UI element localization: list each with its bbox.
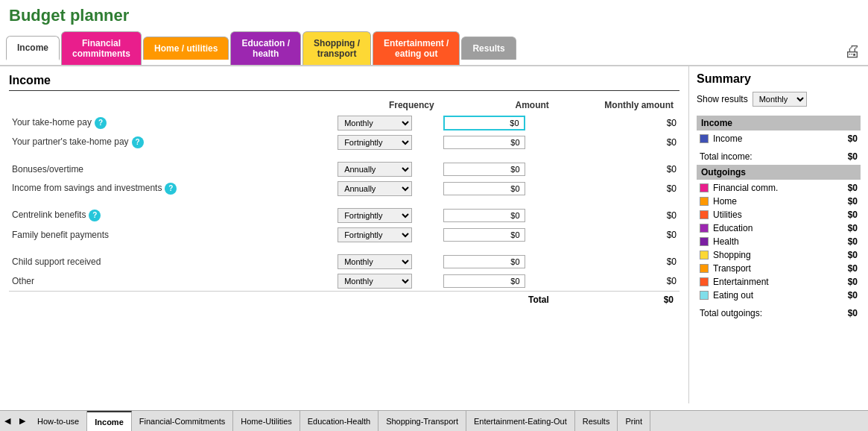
amount-input[interactable] <box>443 255 525 268</box>
summary-item-label: Income <box>713 133 848 144</box>
bottom-tab-how-to-use[interactable]: How-to-use <box>30 411 87 431</box>
table-row: Bonuses/overtime MonthlyFortnightlyAnnua… <box>9 160 679 179</box>
tab-financial[interactable]: Financial commitments <box>61 31 142 65</box>
amount-input[interactable] <box>443 182 525 195</box>
frequency-select[interactable]: MonthlyFortnightlyAnnuallyWeekly <box>338 227 412 242</box>
income-table: Frequency Amount Monthly amount Your tak… <box>9 97 679 308</box>
help-icon[interactable]: ? <box>132 136 144 148</box>
color-box <box>700 237 709 246</box>
tab-income[interactable]: Income <box>6 36 60 60</box>
frequency-select[interactable]: MonthlyFortnightlyAnnuallyWeekly <box>338 181 412 196</box>
nav-tabs: Income Financial commitments Home / util… <box>0 28 868 66</box>
table-row: Centrelink benefits? MonthlyFortnightlyA… <box>9 206 679 225</box>
summary-outgoing-item: Eating out $0 <box>697 289 861 302</box>
summary-outgoing-item: Home $0 <box>697 195 861 208</box>
amount-cell <box>440 113 555 133</box>
summary-panel: Summary Show results Monthly Annually In… <box>689 66 868 403</box>
bottom-tabs: ◀ ▶ How-to-useIncomeFinancial-Commitment… <box>0 410 868 431</box>
print-area: 🖨 <box>844 42 861 61</box>
tab-entertainment[interactable]: Entertainment / eating out <box>373 31 460 65</box>
summary-item-value: $0 <box>848 236 858 247</box>
color-box <box>700 264 709 273</box>
amount-cell <box>440 206 555 225</box>
summary-title: Summary <box>697 72 861 86</box>
section-title: Income <box>9 74 679 91</box>
bottom-tab-print[interactable]: Print <box>618 411 650 431</box>
summary-outgoings-header: Outgoings <box>697 165 861 180</box>
summary-item-value: $0 <box>848 277 858 287</box>
summary-item-label: Transport <box>713 263 848 274</box>
bottom-tab-home-utilities[interactable]: Home-Utilities <box>233 411 300 431</box>
bottom-tab-shopping-transport[interactable]: Shopping-Transport <box>378 411 466 431</box>
summary-item-value: $0 <box>848 210 858 220</box>
amount-cell <box>440 271 555 292</box>
bottom-tab-income[interactable]: Income <box>87 411 132 431</box>
frequency-select[interactable]: MonthlyFortnightlyAnnuallyWeekly <box>338 208 412 223</box>
summary-total-outgoings-value: $0 <box>848 308 858 318</box>
tab-home[interactable]: Home / utilities <box>143 37 229 60</box>
print-icon[interactable]: 🖨 <box>844 42 861 60</box>
frequency-select[interactable]: MonthlyFortnightlyAnnuallyWeekly <box>338 116 412 130</box>
show-results-select[interactable]: Monthly Annually <box>753 92 807 107</box>
bottom-tab-entertainment-eating-out[interactable]: Entertainment-Eating-Out <box>466 411 575 431</box>
row-label: Child support received <box>9 252 335 271</box>
bottom-tab-financial-commitments[interactable]: Financial-Commitments <box>132 411 234 431</box>
row-label: Your take-home pay? <box>9 113 335 133</box>
color-box <box>700 134 709 143</box>
tab-results[interactable]: Results <box>461 37 516 60</box>
bottom-tab-results[interactable]: Results <box>575 411 618 431</box>
summary-item-label: Utilities <box>713 210 848 220</box>
monthly-amount-cell: $0 <box>555 252 679 271</box>
summary-outgoing-item: Shopping $0 <box>697 248 861 262</box>
help-icon[interactable]: ? <box>89 210 101 221</box>
summary-outgoing-item: Transport $0 <box>697 262 861 275</box>
monthly-amount-cell: $0 <box>555 113 679 133</box>
monthly-amount-cell: $0 <box>555 271 679 292</box>
prev-nav[interactable]: ◀ <box>0 413 15 429</box>
bottom-tab-education-health[interactable]: Education-Health <box>300 411 378 431</box>
summary-item-value: $0 <box>848 183 858 193</box>
summary-outgoing-item: Education $0 <box>697 221 861 235</box>
amount-cell <box>440 160 555 179</box>
amount-input[interactable] <box>443 228 525 242</box>
frequency-header: Frequency <box>335 97 440 113</box>
frequency-select[interactable]: MonthlyFortnightlyAnnuallyWeekly <box>338 274 412 289</box>
tab-education[interactable]: Education / health <box>230 31 301 65</box>
frequency-cell: MonthlyFortnightlyAnnuallyWeekly <box>335 271 440 292</box>
tab-shopping[interactable]: Shopping / transport <box>302 31 371 65</box>
frequency-cell: MonthlyFortnightlyAnnuallyWeekly <box>335 179 440 198</box>
summary-outgoing-item: Entertainment $0 <box>697 275 861 289</box>
amount-input[interactable] <box>443 116 525 130</box>
frequency-cell: MonthlyFortnightlyAnnuallyWeekly <box>335 252 440 271</box>
frequency-select[interactable]: MonthlyFortnightlyAnnuallyWeekly <box>338 254 412 269</box>
summary-item-label: Home <box>713 196 848 207</box>
next-nav[interactable]: ▶ <box>15 413 30 429</box>
summary-item-label: Entertainment <box>713 277 848 287</box>
monthly-header: Monthly amount <box>555 97 679 113</box>
summary-total-outgoings-row: Total outgoings: $0 <box>697 305 861 321</box>
summary-income-item: Income $0 <box>697 132 861 145</box>
summary-total-income-row: Total income: $0 <box>697 148 861 165</box>
show-results-row: Show results Monthly Annually <box>697 92 861 107</box>
summary-income-header: Income <box>697 116 861 130</box>
amount-input[interactable] <box>443 274 525 288</box>
frequency-cell: MonthlyFortnightlyAnnuallyWeekly <box>335 133 440 152</box>
amount-input[interactable] <box>443 163 525 176</box>
amount-cell <box>440 179 555 198</box>
amount-input[interactable] <box>443 209 525 222</box>
show-results-label: Show results <box>697 94 748 104</box>
frequency-select[interactable]: MonthlyFortnightlyAnnuallyWeekly <box>338 135 412 150</box>
summary-item-value: $0 <box>848 263 858 274</box>
summary-item-label: Financial comm. <box>713 183 848 193</box>
amount-cell <box>440 252 555 271</box>
app-title: Budget planner <box>0 0 868 28</box>
row-label: Family benefit payments <box>9 225 335 245</box>
summary-outgoing-item: Financial comm. $0 <box>697 181 861 195</box>
help-icon[interactable]: ? <box>95 117 107 129</box>
monthly-amount-cell: $0 <box>555 206 679 225</box>
help-icon[interactable]: ? <box>165 183 177 195</box>
summary-outgoing-item: Utilities $0 <box>697 208 861 221</box>
amount-input[interactable] <box>443 136 525 149</box>
frequency-select[interactable]: MonthlyFortnightlyAnnuallyWeekly <box>338 162 412 177</box>
row-label: Other <box>9 271 335 292</box>
